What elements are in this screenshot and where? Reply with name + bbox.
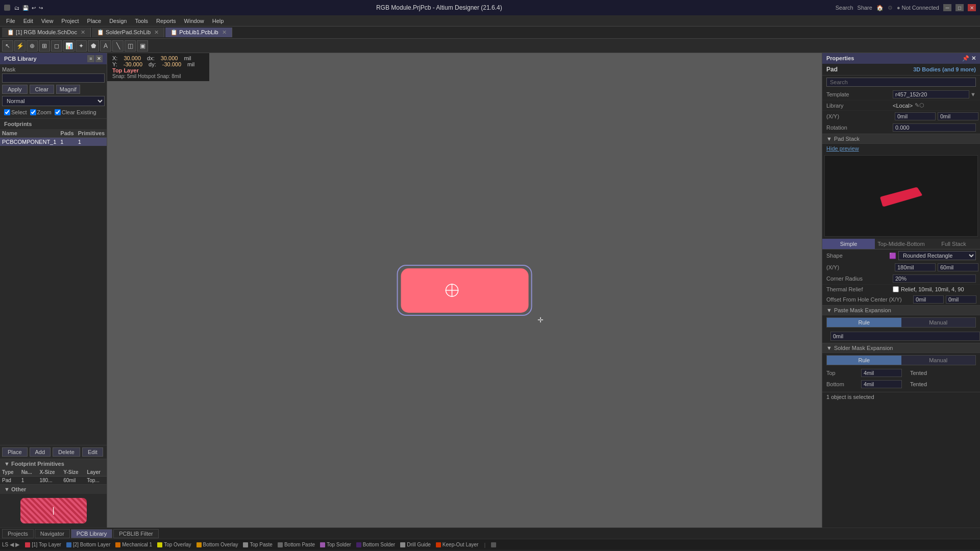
library-edit-icon[interactable]: ✎ [915,102,919,109]
padstack-section-header[interactable]: ▼ Pad Stack [822,134,980,144]
tab-navigator[interactable]: Navigator [35,529,70,538]
y-input[interactable] [938,112,978,120]
toolbar-via[interactable]: ⊞ [39,40,50,52]
x-input[interactable] [895,112,936,120]
toolbar-add[interactable]: ⊕ [27,40,38,52]
panel-menu-icon[interactable]: ≡ [87,55,94,62]
tab-pcb-library[interactable]: PCB Library [71,529,112,538]
zoom-filter[interactable]: Zoom [30,109,52,115]
search-label[interactable]: Search [836,5,853,11]
layer-top-solder[interactable]: Top Solder [318,542,353,547]
layer-bottom-solder[interactable]: Bottom Solder [355,542,397,547]
select-checkbox[interactable] [4,109,10,115]
thermal-checkbox[interactable] [893,286,899,292]
paste-mask-header[interactable]: ▼ Paste Mask Expansion [822,305,980,315]
menu-tools[interactable]: Tools [131,17,152,25]
toolbar-extra[interactable]: ▣ [137,40,148,52]
layer-keepout[interactable]: Keep-Out Layer [434,542,480,547]
maximize-button[interactable]: □ [955,4,964,11]
normal-dropdown[interactable]: Normal [2,96,105,106]
mask-input[interactable] [2,73,105,83]
panel-close-icon[interactable]: ✕ [95,55,103,62]
layer-mech1[interactable]: Mechanical 1 [114,542,154,547]
layer-drill-guide[interactable]: Drill Guide [399,542,432,547]
tab-top-middle-bottom[interactable]: Top-Middle-Bottom [875,239,927,249]
add-button[interactable]: Add [30,447,51,457]
toolbar-route[interactable]: ⚡ [14,40,26,52]
toolbar-chart[interactable]: 📊 [63,40,75,52]
solder-mask-header[interactable]: ▼ Solder Mask Expansion [822,343,980,353]
menu-design[interactable]: Design [105,17,131,25]
place-button[interactable]: Place [2,447,28,457]
canvas-area[interactable]: X: 30.000 dx: 30.000 mil Y: -30.000 dy: … [107,53,822,528]
library-link-icon[interactable]: ⬡ [919,102,924,109]
select-filter[interactable]: Select [4,109,27,115]
paste-value-input[interactable] [830,332,980,341]
props-close-icon[interactable]: ✕ [971,55,976,62]
share-btn[interactable]: Share [857,5,872,11]
tab-pcblib[interactable]: 📋 PcbLib1.PcbLib ✕ [165,28,232,37]
layer-top-overlay[interactable]: Top Overlay [156,542,192,547]
props-pin-icon[interactable]: 📌 [962,55,969,62]
menu-help[interactable]: Help [208,17,228,25]
rotation-input[interactable] [893,123,976,132]
close-button[interactable]: ✕ [968,4,976,11]
layer-next-btn[interactable]: ▶ [15,541,19,548]
template-dropdown-icon[interactable]: ▼ [970,91,976,97]
clear-button[interactable]: Clear [30,85,54,94]
toolbar-measure[interactable]: ◫ [125,40,136,52]
menu-window[interactable]: Window [180,17,208,25]
solder-manual-button[interactable]: Manual [901,356,976,365]
hide-preview-btn[interactable]: Hide preview [826,145,859,152]
top-solder-input[interactable] [861,369,902,377]
toolbar-star[interactable]: ✦ [76,40,87,52]
offset-y-input[interactable] [946,295,976,304]
other-header[interactable]: ▼ Other [0,485,107,494]
template-input[interactable] [893,90,969,98]
layer-top[interactable]: [1] Top Layer [23,542,63,547]
tab-pcblib-filter[interactable]: PCBLIB Filter [113,529,159,538]
layer-bottom-paste[interactable]: Bottom Paste [276,542,316,547]
primitives-header[interactable]: ▼ Footprint Primitives [0,459,107,468]
toolbar-rect[interactable]: ◻ [51,40,62,52]
tab-schematic[interactable]: 📋 [1] RGB Module.SchDoc ✕ [2,28,91,37]
menu-reports[interactable]: Reports [152,17,180,25]
table-row[interactable]: PCBCOMPONENT_1 1 1 [0,138,107,146]
width-input[interactable] [895,263,936,271]
menu-edit[interactable]: Edit [19,17,37,25]
clear-existing-filter[interactable]: Clear Existing [55,109,96,115]
toolbar-polygon[interactable]: ⬟ [88,40,99,52]
menu-place[interactable]: Place [83,17,106,25]
tab-solderpad[interactable]: 📋 SolderPad.SchLib ✕ [92,28,164,37]
corner-radius-input[interactable] [893,274,976,283]
height-input[interactable] [938,263,978,271]
bodies-link[interactable]: 3D Bodies (and 9 more) [913,66,976,72]
layer-bottom[interactable]: [2] Bottom Layer [65,542,112,547]
layer-bottom-overlay[interactable]: Bottom Overlay [195,542,240,547]
toolbar-text[interactable]: A [100,40,111,52]
minimize-button[interactable]: ─ [943,4,951,11]
tab-full-stack[interactable]: Full Stack [927,239,980,249]
tab-projects[interactable]: Projects [2,529,34,538]
menu-file[interactable]: File [2,17,19,25]
search-input[interactable] [826,78,976,87]
paste-rule-button[interactable]: Rule [827,318,901,327]
zoom-checkbox[interactable] [30,109,36,115]
table-row[interactable]: Pad 1 180... 60mil Top... [0,477,107,485]
bottom-solder-input[interactable] [861,380,902,388]
clear-existing-checkbox[interactable] [55,109,61,115]
layer-prev-btn[interactable]: ◀ [10,541,14,548]
solder-rule-button[interactable]: Rule [827,356,901,365]
edit-button[interactable]: Edit [82,447,103,457]
apply-button[interactable]: Apply [2,85,28,94]
layer-top-paste[interactable]: Top Paste [241,542,274,547]
toolbar-select[interactable]: ↖ [2,40,13,52]
magnif-button[interactable]: Magnif [56,85,80,94]
delete-button[interactable]: Delete [53,447,80,457]
menu-view[interactable]: View [37,17,58,25]
toolbar-line[interactable]: ╲ [112,40,124,52]
shape-select[interactable]: Rounded Rectangle [898,251,976,260]
tab-simple[interactable]: Simple [822,239,875,249]
paste-manual-button[interactable]: Manual [901,318,976,327]
menu-project[interactable]: Project [57,17,83,25]
